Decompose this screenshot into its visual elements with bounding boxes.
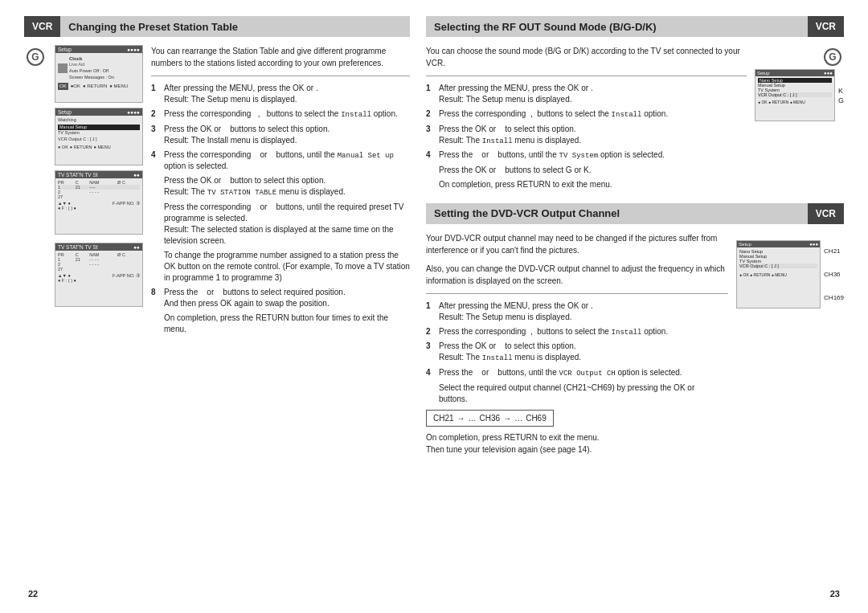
rf-content-row: You can choose the sound mode (B/G or D/… (426, 45, 844, 194)
step-item: 8 Press the or buttons to select require… (151, 287, 410, 309)
channel-diagram: CH21 → … CH36 → … CH69 (426, 410, 554, 427)
step-item: 1 After pressing the MENU, press the OK … (426, 83, 747, 105)
page-number-right: 23 (830, 589, 840, 599)
step-item: Press the corresponding or buttons, unti… (151, 202, 410, 247)
vcr-tag-dvd: VCR (808, 203, 844, 224)
dvd-steps: 1 After pressing the MENU, press the OK … (426, 300, 728, 405)
dvd-intro2: Also, you can change the DVD-VCR output … (426, 263, 728, 287)
dvd-vcr-section: Setting the DVD-VCR Output Channel VCR Y… (426, 203, 844, 462)
step-item: 3 Press the OK or to select this option.… (426, 341, 728, 364)
kg-labels: K G (838, 87, 844, 104)
left-text-content: You can rearrange the Station Table and … (151, 45, 410, 338)
dvd-vcr-header: Setting the DVD-VCR Output Channel VCR (426, 203, 844, 224)
left-content-block: G Setup●●●● Clock Live Aid (24, 45, 410, 338)
rf-setup-screen: Setup●●● Nano Setup Manual Setup TV Syst… (755, 69, 835, 121)
setup-screen-1: Setup●●●● Clock Live Aid Auto Power Off … (55, 45, 143, 103)
rf-steps: 1 After pressing the MENU, press the OK … (426, 83, 747, 190)
rf-out-title: Selecting the RF OUT Sound Mode (B/G-D/K… (426, 16, 808, 37)
rf-out-section: Selecting the RF OUT Sound Mode (B/G-D/K… (426, 16, 844, 194)
arrow2: → (503, 414, 511, 423)
step-item: Press the OK or buttons to select G or K… (426, 165, 747, 176)
step-item: 4 Press the or buttons, until the VCR Ou… (426, 367, 728, 379)
step-item: To change the programme number assigned … (151, 250, 410, 284)
dvd-screen-container: Setup●●● Nano Setup Manual Setup TV Syst… (736, 240, 844, 462)
rf-out-header: Selecting the RF OUT Sound Mode (B/G-D/K… (426, 16, 844, 37)
ch69-screen-label: CH169 (824, 294, 844, 301)
step-item: 3 Press the OK or to select this option.… (426, 124, 747, 147)
rf-text: You can choose the sound mode (B/G or D/… (426, 45, 747, 194)
arrow1: → (457, 414, 465, 423)
step-item: 2 Press the corresponding , buttons to s… (426, 108, 747, 121)
dvd-text: Your DVD-VCR output channel may need to … (426, 232, 728, 462)
step-item: 4 Press the corresponding or buttons, un… (151, 149, 410, 173)
step-item: 2 Press the corresponding , buttons to s… (426, 326, 728, 338)
vcr-tag-left: VCR (24, 16, 60, 37)
setup-screen-2: Setup●●●● Watching Manual Setup TV Syste… (55, 108, 143, 166)
step-item: On completion, press the RETURN button f… (151, 313, 410, 335)
ch69-label: CH69 (526, 414, 547, 423)
rf-screen-container: Setup●●● Nano Setup Manual Setup TV Syst… (755, 69, 844, 121)
ch-labels-list: CH21 CH36 CH169 (824, 240, 844, 309)
step-item: Press the OK or button to select this op… (151, 175, 410, 198)
right-column: Selecting the RF OUT Sound Mode (B/G-D/K… (426, 16, 844, 597)
dvd-closing: On completion, press RETURN to exit the … (426, 431, 728, 456)
step-item: 2 Press the corresponding , buttons to s… (151, 108, 410, 121)
page-number-left: 22 (28, 589, 38, 599)
vcr-tag-rf: VCR (808, 16, 844, 37)
rf-right-visuals: G Setup●●● Nano Setup Manual Setup TV Sy… (755, 45, 844, 194)
dots1: … (469, 414, 477, 423)
left-section-header: VCR Changing the Preset Station Table (24, 16, 410, 37)
step-item: 3 Press the OK or buttons to select this… (151, 124, 410, 146)
step-item: 1 After pressing the MENU, press the OK … (151, 83, 410, 105)
ch36-label: CH36 (480, 414, 501, 423)
dvd-vcr-title: Setting the DVD-VCR Output Channel (426, 203, 808, 224)
left-section-title: Changing the Preset Station Table (60, 16, 410, 37)
ch36-screen-label: CH36 (824, 271, 844, 278)
ch21-label: CH21 (433, 414, 454, 423)
circle-g-icon-left: G (24, 45, 47, 338)
dvd-output-screen: Setup●●● Nano Setup Manual Setup TV Syst… (736, 240, 821, 309)
dvd-content-row: Your DVD-VCR output channel may need to … (426, 232, 844, 462)
left-steps-list: 1 After pressing the MENU, press the OK … (151, 83, 410, 335)
dvd-intro1: Your DVD-VCR output channel may need to … (426, 232, 728, 256)
step-item: Select the required output channel (CH21… (426, 382, 728, 405)
tv-station-screen: TV STAT'N TV St●● PRCNAMØ C 121---- 2- -… (55, 170, 143, 235)
left-intro-text: You can rearrange the Station Table and … (151, 45, 410, 69)
step-item: 4 Press the or buttons, until the TV Sys… (426, 149, 747, 161)
circle-g-icon-right: G (821, 45, 844, 66)
screen-images-left: Setup●●●● Clock Live Aid Auto Power Off … (55, 45, 143, 338)
tv-station-screen-2: TV STAT'N TV St●● PRCNAMØ C 121- - - - 2… (55, 243, 143, 307)
step-item: On completion, press RETURN to exit the … (426, 179, 747, 190)
left-column: VCR Changing the Preset Station Table G … (24, 16, 410, 597)
ch21-screen-label: CH21 (824, 247, 844, 255)
step-item: 1 After pressing the MENU, press the OK … (426, 300, 728, 323)
dots2: … (514, 414, 522, 423)
rf-intro: You can choose the sound mode (B/G or D/… (426, 45, 747, 69)
